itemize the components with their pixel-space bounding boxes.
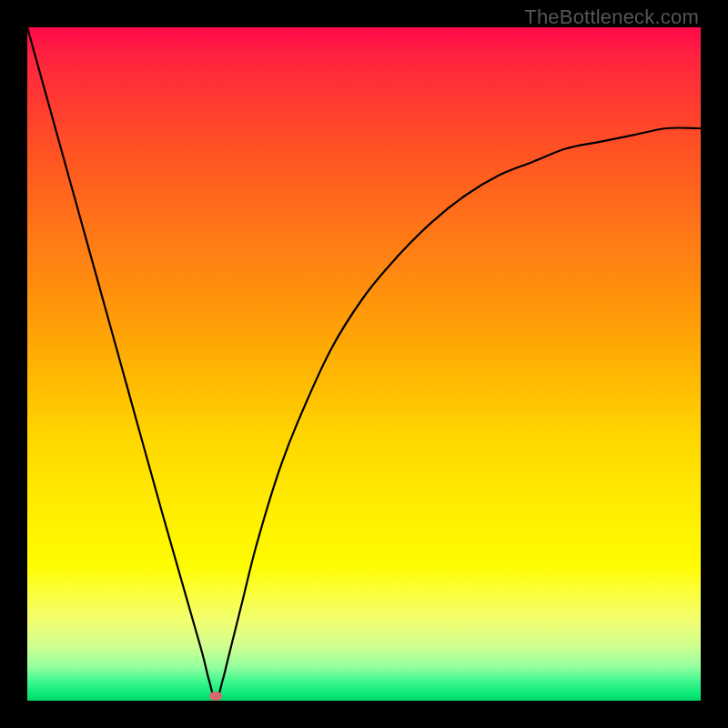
minimum-marker bbox=[209, 692, 222, 701]
plot-area bbox=[27, 27, 701, 701]
watermark-text: TheBottleneck.com bbox=[524, 5, 699, 29]
bottleneck-curve bbox=[27, 27, 701, 701]
chart-frame: TheBottleneck.com bbox=[0, 0, 728, 728]
curve-path bbox=[27, 27, 701, 701]
